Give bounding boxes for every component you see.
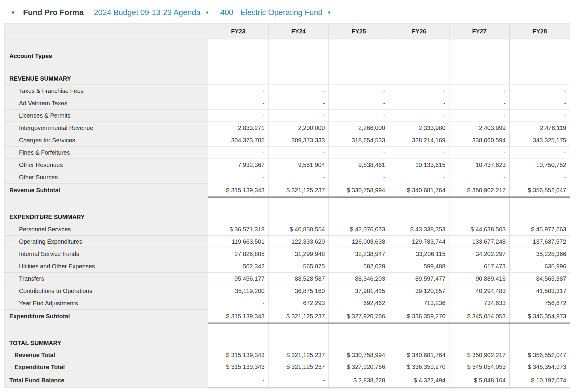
band-row: EXPENDITURE SUMMARY [5,197,570,210]
empty-cell [208,39,268,62]
chevron-down-icon: ▼ [205,10,210,15]
cell-value: 713,236 [389,297,449,310]
table-row: Ad Valorem Taxes------ [5,97,570,110]
empty-cell [389,210,449,223]
cell-value: - [208,297,268,310]
page-title: Fund Pro Forma [23,8,84,17]
row-label: Expenditure Subtotal [5,310,208,323]
cell-value: 37,981,415 [329,285,389,297]
collapse-caret-icon[interactable]: ▼ [11,10,15,15]
empty-cell [389,336,449,349]
cell-value: 502,342 [208,260,268,273]
empty-cell [449,336,509,349]
cell-value: $ 336,359,270 [389,310,449,323]
cell-value: $ 10,197,074 [509,373,570,388]
table-row: Year End Adjustments-672,293692,462713,2… [5,297,570,310]
cell-value: - [268,85,328,97]
empty-cell [509,62,570,85]
band-row: TOTAL SUMMARY [5,323,570,336]
empty-cell [208,62,268,85]
cell-value: 10,750,752 [509,159,570,171]
cell-value: $ 345,054,053 [449,361,509,373]
cell-value: 692,462 [329,297,389,310]
cell-value: - [329,97,389,110]
cell-value: $ 350,902,217 [449,349,509,361]
section-label-cell: TOTAL SUMMARY [5,323,208,349]
cell-value: $ 315,139,343 [208,310,268,323]
cell-value: 565,075 [268,260,328,273]
cell-value: 304,373,705 [208,134,268,147]
budget-dropdown-label: 2024 Budget 09-13-23 Agenda [94,8,200,17]
cell-value: 84,565,387 [509,273,570,285]
table-row: Revenue Total$ 315,139,343$ 321,125,237$… [5,349,570,361]
empty-cell [389,197,449,210]
cell-value: $ 327,920,766 [329,361,389,373]
cell-value: 2,200,000 [268,122,328,134]
empty-cell [449,62,509,85]
cell-value: - [208,97,268,110]
cell-value: 88,346,203 [329,273,389,285]
table-row: Intergovernmental Revenue2,833,2712,200,… [5,122,570,134]
cell-value: $ 42,076,073 [329,223,389,236]
column-header: FY27 [449,23,509,39]
cell-value: 9,838,461 [329,159,389,171]
cell-value: $ 43,338,353 [389,223,449,236]
row-label: Contributions to Operations [5,285,208,297]
cell-value: 328,214,169 [389,134,449,147]
row-label: Year End Adjustments [5,297,208,310]
cell-value: $ 330,758,994 [329,184,389,197]
column-header: FY23 [208,23,268,39]
column-header-row: FY23FY24FY25FY26FY27FY28 [5,23,570,39]
cell-value: - [268,97,328,110]
cell-value: - [329,110,389,122]
empty-cell [389,323,449,336]
row-label: Ad Valorem Taxes [5,97,208,110]
cell-value: 32,238,947 [329,248,389,260]
cell-value: 33,206,115 [389,248,449,260]
cell-value: 40,294,483 [449,285,509,297]
cell-value: - [268,373,328,388]
cell-value: 2,476,119 [509,122,570,134]
cell-value: $ 315,139,343 [208,349,268,361]
column-header-spacer [5,23,208,39]
budget-dropdown[interactable]: 2024 Budget 09-13-23 Agenda ▼ [94,8,210,17]
pro-forma-table-body: FY23FY24FY25FY26FY27FY28Account TypesREV… [5,23,570,388]
cell-value: 599,488 [389,260,449,273]
cell-value: - [389,171,449,184]
empty-cell [268,62,328,85]
empty-cell [268,336,328,349]
empty-cell [268,197,328,210]
cell-value: - [509,171,570,184]
cell-value: - [449,110,509,122]
cell-value: 2,403,999 [449,122,509,134]
cell-value: 2,333,980 [389,122,449,134]
cell-value: 635,996 [509,260,570,273]
empty-cell [389,39,449,62]
cell-value: 2,266,000 [329,122,389,134]
cell-value: $ 356,552,047 [509,349,570,361]
empty-cell [268,39,328,62]
fund-dropdown[interactable]: 400 - Electric Operating Fund ▼ [220,8,331,17]
cell-value: 309,373,333 [268,134,328,147]
table-row: Fines & Forfeitures------ [5,147,570,159]
section-label [5,323,208,336]
cell-value: 343,325,175 [509,134,570,147]
empty-cell [449,39,509,62]
empty-cell [449,197,509,210]
fund-dropdown-label: 400 - Electric Operating Fund [220,8,323,17]
empty-cell [329,210,389,223]
table-row: Personnel Services$ 36,571,318$ 40,850,5… [5,223,570,236]
cell-value: $ 340,681,764 [389,184,449,197]
row-label: Expenditure Total [5,361,208,373]
cell-value: - [329,85,389,97]
cell-value: - [208,171,268,184]
cell-value: - [268,171,328,184]
cell-value: - [208,110,268,122]
cell-value: $ 45,977,663 [509,223,570,236]
empty-cell [329,336,389,349]
cell-value: $ 327,920,766 [329,310,389,323]
section-label [5,197,208,210]
row-label: Intergovernmental Revenue [5,122,208,134]
table-row: Other Revenues7,932,3679,551,9049,838,46… [5,159,570,171]
cell-value: $ 2,838,228 [329,373,389,388]
